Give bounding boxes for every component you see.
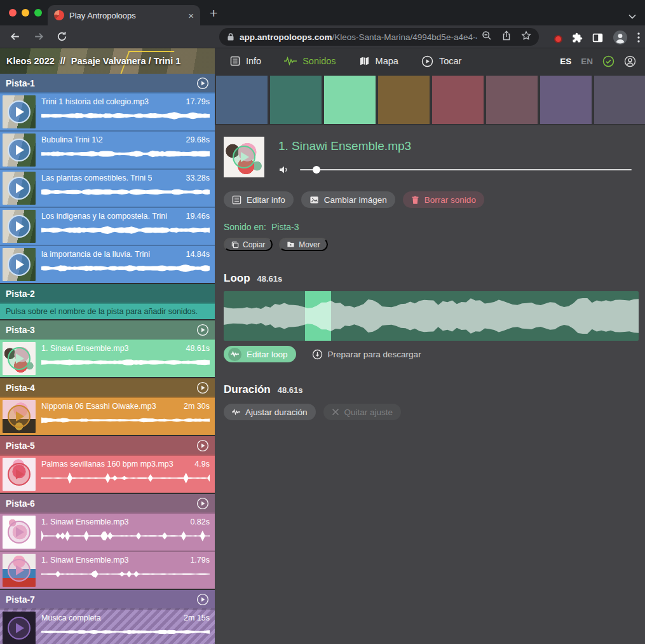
extensions-puzzle-icon[interactable] <box>572 32 583 46</box>
track-header[interactable]: Pista-3 <box>0 320 215 339</box>
track-color-swatch-3-selected[interactable] <box>324 76 376 124</box>
loop-waveform-panel[interactable] <box>224 291 639 341</box>
lang-en[interactable]: EN <box>581 57 593 66</box>
track-header[interactable]: Pista-6 <box>0 494 215 512</box>
clip-play-icon[interactable] <box>8 215 31 238</box>
tab-tocar[interactable]: Tocar <box>421 55 461 67</box>
new-tab-button[interactable]: + <box>210 6 217 21</box>
prepare-download-button[interactable]: Preparar para descargar <box>304 346 430 362</box>
clip-play-icon[interactable] <box>8 253 31 276</box>
clip-thumbnail <box>3 134 36 167</box>
track-color-swatch-8[interactable] <box>594 76 645 124</box>
edit-loop-button[interactable]: Editar loop <box>224 346 296 362</box>
sound-in-label: Sonido en: <box>224 222 266 232</box>
clip-thumbnail <box>3 516 36 549</box>
clip-title: Bubulina Trini 1\2 <box>41 135 103 144</box>
zoom-window-button[interactable] <box>34 9 42 17</box>
track-play-icon[interactable] <box>196 324 209 336</box>
record-extension-icon[interactable] <box>554 35 562 43</box>
clip-waveform <box>41 355 210 370</box>
track-pista-3: Pista-3 1. Sinawi Ensemble.mp348.61s <box>0 320 215 377</box>
track-color-swatch-4[interactable] <box>378 76 430 124</box>
close-window-button[interactable] <box>9 9 17 17</box>
back-button[interactable] <box>9 31 21 45</box>
track-header[interactable]: Pista-4 <box>0 378 215 397</box>
track-play-icon[interactable] <box>196 439 209 452</box>
lang-es[interactable]: ES <box>560 57 571 66</box>
track-play-icon[interactable] <box>196 77 209 90</box>
zoom-level-icon[interactable] <box>482 31 492 43</box>
copy-button[interactable]: Copiar <box>224 238 273 251</box>
tab-close-icon[interactable]: × <box>188 11 194 20</box>
move-button[interactable]: Mover <box>279 238 327 251</box>
track-header[interactable]: Pista-7 <box>0 590 215 608</box>
clip-play-icon[interactable] <box>8 100 31 123</box>
track-play-icon[interactable] <box>196 497 209 510</box>
clip-row-selected[interactable]: 1. Sinawi Ensemble.mp348.61s <box>0 339 215 377</box>
breadcrumb-project[interactable]: Kleos 2022 <box>6 56 55 66</box>
profile-avatar[interactable] <box>613 30 628 48</box>
track-header[interactable]: Pista-2 <box>0 284 215 303</box>
track-color-swatch-7[interactable] <box>540 76 592 124</box>
clip-play-icon[interactable] <box>8 139 31 161</box>
track-pista-6: Pista-6 1. Sinawi Ensemble.mp30.82s 1. S… <box>0 494 215 589</box>
url-text[interactable]: app.antropoloops.com/Kleos-Santa-Marina/… <box>240 32 477 42</box>
lock-icon[interactable] <box>227 32 234 41</box>
track-color-swatch-5[interactable] <box>432 76 484 124</box>
clip-row[interactable]: Los indigenas y la compostela. Trini19.4… <box>0 207 215 245</box>
track-color-swatch-1[interactable] <box>216 76 268 124</box>
clip-row[interactable]: 1. Sinawi Ensemble.mp31.79s <box>0 551 215 589</box>
track-header[interactable]: Pista-5 <box>0 436 215 455</box>
browser-tab[interactable]: Play Antropoloops × <box>48 5 200 25</box>
bookmark-star-icon[interactable] <box>521 31 531 43</box>
forward-button[interactable] <box>33 31 45 45</box>
menu-dots-icon[interactable] <box>637 32 640 45</box>
clip-row[interactable]: Las plantas comestibles. Trini 533.28s <box>0 168 215 207</box>
tab-info[interactable]: Info <box>230 56 261 66</box>
clip-play-icon[interactable] <box>8 559 31 582</box>
clip-row[interactable]: Trini 1 historia del colegio.mp317.79s <box>0 92 215 130</box>
track-color-swatch-2[interactable] <box>270 76 322 124</box>
tab-mapa[interactable]: Mapa <box>359 56 398 66</box>
track-play-icon[interactable] <box>196 381 209 394</box>
clip-play-icon[interactable] <box>8 463 31 486</box>
sound-play-icon[interactable] <box>233 146 255 168</box>
clip-waveform <box>41 108 210 123</box>
clip-row[interactable]: la importancia de la lluvia. Trini14.84s <box>0 245 215 283</box>
track-header[interactable]: Pista-1 <box>0 74 215 92</box>
track-pista-4: Pista-4 Nipponia 06 Esashi Oiwake.mp32m … <box>0 378 215 435</box>
volume-thumb[interactable] <box>313 166 320 174</box>
volume-slider[interactable] <box>300 169 632 170</box>
change-image-button[interactable]: Cambiar imágen <box>301 191 395 208</box>
clip-row[interactable]: Nipponia 06 Esashi Oiwake.mp32m 30s <box>0 397 215 435</box>
remove-adjust-button[interactable]: Quitar ajuste <box>323 404 402 420</box>
breadcrumb[interactable]: Kleos 2022 // Pasaje Valvanera / Trini 1 <box>0 48 215 74</box>
app-nav: Info Sonidos Mapa Tocar ES EN <box>215 48 645 74</box>
reload-button[interactable] <box>56 31 68 45</box>
clip-row[interactable]: Musica completa2m 15s <box>0 608 215 644</box>
clip-title: Trini 1 historia del colegio.mp3 <box>41 97 149 106</box>
tab-sonidos[interactable]: Sonidos <box>284 56 336 66</box>
minimize-window-button[interactable] <box>22 9 29 17</box>
omnibox[interactable]: app.antropoloops.com/Kleos-Santa-Marina/… <box>219 28 539 46</box>
track-color-swatch-6[interactable] <box>486 76 538 124</box>
clip-play-icon[interactable] <box>8 617 31 640</box>
side-panel-icon[interactable] <box>592 32 603 46</box>
share-icon[interactable] <box>502 31 511 43</box>
clip-row[interactable]: Palmas sevillanas 160 bpm mp3.mp34.9s <box>0 455 215 493</box>
clip-play-icon[interactable] <box>8 177 31 200</box>
clip-duration: 19.46s <box>186 212 210 221</box>
sound-thumbnail <box>224 137 264 177</box>
account-icon[interactable] <box>624 55 636 67</box>
sound-track-link[interactable]: Pista-3 <box>271 222 299 232</box>
clip-play-icon[interactable] <box>8 405 31 428</box>
tab-search-chevron-icon[interactable] <box>628 10 636 22</box>
clip-row[interactable]: Bubulina Trini 1\229.68s <box>0 130 215 168</box>
clip-play-icon[interactable] <box>8 521 31 544</box>
clip-play-icon[interactable] <box>8 347 31 370</box>
track-play-icon[interactable] <box>196 593 209 606</box>
edit-info-button[interactable]: Editar info <box>224 191 294 208</box>
delete-sound-button[interactable]: Borrar sonido <box>403 191 484 208</box>
adjust-duration-button[interactable]: Ajustar duración <box>224 404 316 420</box>
clip-row[interactable]: 1. Sinawi Ensemble.mp30.82s <box>0 512 215 551</box>
